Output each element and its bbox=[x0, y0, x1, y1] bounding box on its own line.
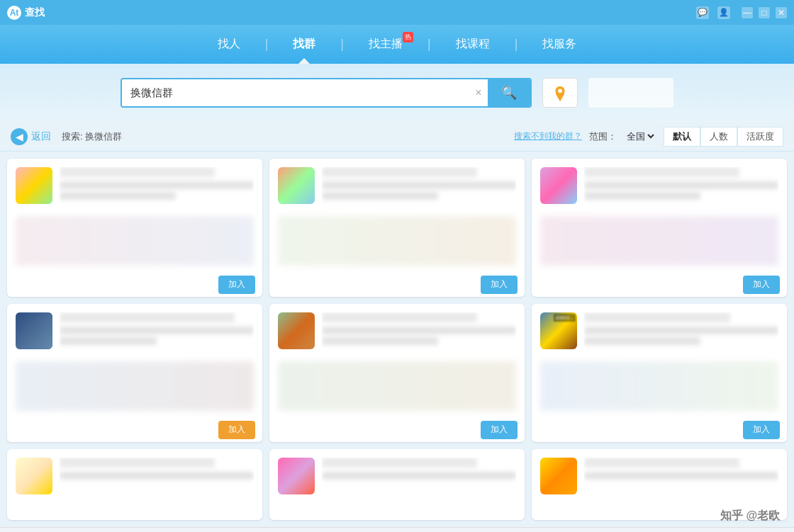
card-avatar-1 bbox=[16, 167, 52, 204]
app-title: 查找 bbox=[25, 6, 45, 19]
nav-item-find-streamer[interactable]: 找主播 热 bbox=[347, 25, 424, 64]
toolbar-right: 搜索不到我的群？ 范围： 全国 本地 默认 人数 活跃度 bbox=[514, 127, 783, 147]
card-desc-4a bbox=[60, 327, 254, 334]
card-title-1 bbox=[60, 167, 215, 177]
card-desc-4b bbox=[60, 337, 157, 345]
card-avatar-4 bbox=[16, 312, 52, 349]
card-title-5 bbox=[322, 312, 477, 322]
title-bar-icons: 💬 👤 bbox=[696, 6, 730, 19]
card-avatar-2 bbox=[278, 167, 315, 204]
card-title-3 bbox=[584, 167, 739, 177]
not-found-link[interactable]: 搜索不到我的群？ bbox=[514, 130, 582, 142]
search-info: 搜索: 换微信群 bbox=[62, 130, 122, 143]
join-button-4[interactable]: 加入 bbox=[218, 421, 255, 439]
join-button-5[interactable]: 加入 bbox=[481, 421, 518, 439]
range-select[interactable]: 全国 本地 bbox=[624, 130, 656, 142]
group-card-6: 200/2... 加入 bbox=[532, 304, 787, 442]
card-info-8 bbox=[322, 458, 516, 494]
card-desc-3b bbox=[584, 192, 700, 200]
window-controls: — □ ✕ bbox=[742, 7, 787, 18]
search-area: × 🔍 bbox=[0, 64, 794, 122]
card-desc-1a bbox=[60, 181, 254, 189]
card-body-6 bbox=[540, 361, 778, 411]
nav-item-find-group[interactable]: 找群 bbox=[272, 25, 337, 64]
card-avatar-5 bbox=[278, 312, 315, 349]
watermark: 知乎 @老欧 bbox=[720, 509, 780, 523]
join-button-2[interactable]: 加入 bbox=[481, 276, 518, 294]
nav-divider-1: | bbox=[265, 37, 269, 52]
nav-item-find-course[interactable]: 找课程 bbox=[435, 25, 511, 64]
sort-tab-default[interactable]: 默认 bbox=[664, 127, 700, 147]
card-avatar-9 bbox=[540, 458, 577, 494]
group-card-4: 加入 bbox=[7, 304, 262, 442]
card-content-1 bbox=[7, 159, 262, 213]
card-content-8 bbox=[269, 449, 525, 503]
back-button[interactable]: ◀ 返回 bbox=[11, 128, 51, 145]
join-button-6[interactable]: 加入 bbox=[743, 421, 780, 439]
card-content-5 bbox=[269, 304, 525, 358]
svg-point-2 bbox=[558, 89, 562, 93]
card-body-1 bbox=[16, 216, 254, 266]
results-grid: 加入 加入 bbox=[0, 152, 794, 527]
card-content-9 bbox=[532, 449, 787, 503]
card-info-4 bbox=[60, 312, 254, 349]
card-avatar-6: 200/2... bbox=[540, 312, 577, 349]
card-body-5 bbox=[278, 361, 516, 411]
nav-bar: 找人 | 找群 | 找主播 热 | 找课程 | 找服务 bbox=[0, 25, 794, 64]
maximize-button[interactable]: □ bbox=[759, 7, 770, 18]
card-title-8 bbox=[322, 458, 477, 468]
card-body-4 bbox=[16, 361, 254, 411]
card-desc-6a bbox=[584, 327, 778, 334]
user-icon[interactable]: 👤 bbox=[717, 6, 730, 19]
card-desc-9a bbox=[584, 472, 778, 480]
card-title-2 bbox=[322, 167, 477, 177]
sort-tabs: 默认 人数 活跃度 bbox=[664, 127, 783, 147]
card-info-3 bbox=[584, 167, 778, 204]
close-button[interactable]: ✕ bbox=[776, 7, 787, 18]
card-title-7 bbox=[60, 458, 215, 468]
card-footer-1: 加入 bbox=[7, 272, 262, 297]
join-button-1[interactable]: 加入 bbox=[218, 276, 255, 294]
card-content-3 bbox=[532, 159, 787, 213]
location-button[interactable] bbox=[542, 78, 578, 108]
join-button-3[interactable]: 加入 bbox=[743, 276, 780, 294]
message-icon[interactable]: 💬 bbox=[696, 6, 709, 19]
card-desc-5a bbox=[322, 327, 516, 334]
card-avatar-8 bbox=[278, 458, 315, 494]
search-clear-button[interactable]: × bbox=[468, 79, 489, 106]
search-extra-box bbox=[588, 78, 673, 108]
search-input[interactable] bbox=[122, 79, 468, 106]
card-footer-4: 加入 bbox=[7, 417, 262, 442]
group-card-5: 加入 bbox=[269, 304, 525, 442]
nav-item-find-service[interactable]: 找服务 bbox=[521, 25, 598, 64]
card-desc-2a bbox=[322, 181, 516, 189]
group-card-2: 加入 bbox=[269, 159, 525, 297]
minimize-button[interactable]: — bbox=[742, 7, 753, 18]
card-content-6: 200/2... bbox=[532, 304, 787, 358]
card-info-1 bbox=[60, 167, 254, 204]
card-content-2 bbox=[269, 159, 525, 213]
results-toolbar: ◀ 返回 搜索: 换微信群 搜索不到我的群？ 范围： 全国 本地 默认 人数 活… bbox=[0, 122, 794, 152]
card-body-2 bbox=[278, 216, 516, 266]
card-desc-5b bbox=[322, 337, 438, 345]
card-footer-2: 加入 bbox=[269, 272, 525, 297]
location-icon bbox=[550, 83, 570, 103]
nav-divider-4: | bbox=[515, 37, 518, 52]
card-title-6 bbox=[584, 312, 730, 322]
search-button[interactable]: 🔍 bbox=[488, 78, 530, 108]
group-card-8 bbox=[269, 449, 525, 520]
sort-tab-activity[interactable]: 活跃度 bbox=[737, 127, 783, 147]
nav-divider-2: | bbox=[340, 37, 344, 52]
card-info-6 bbox=[584, 312, 778, 349]
bottom-bar: 如果群的群类型奉秋是 QQ 群则收用户上。 bbox=[0, 527, 794, 532]
card-desc-2b bbox=[322, 192, 438, 200]
logo-icon: At bbox=[7, 6, 21, 20]
card-desc-1b bbox=[60, 192, 176, 200]
card-title-9 bbox=[584, 458, 739, 468]
sort-tab-members[interactable]: 人数 bbox=[700, 127, 737, 147]
group-card-7 bbox=[7, 449, 262, 520]
card-info-9 bbox=[584, 458, 778, 494]
nav-item-find-person[interactable]: 找人 bbox=[196, 25, 262, 64]
back-arrow-icon: ◀ bbox=[11, 128, 28, 145]
card-info-7 bbox=[60, 458, 254, 494]
